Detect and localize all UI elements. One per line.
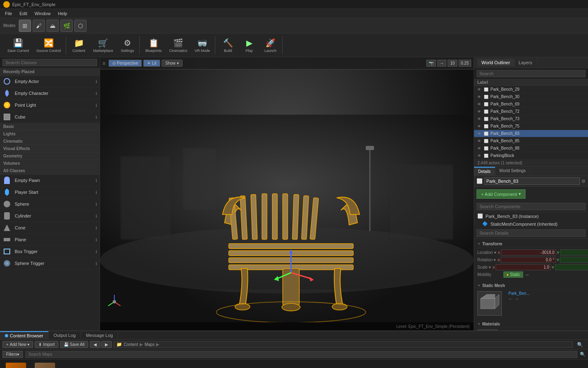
add-component-button[interactable]: + Add Component ▾ <box>477 189 526 199</box>
all-classes-section[interactable]: All Classes <box>0 167 100 175</box>
path-content[interactable]: Content <box>124 342 138 347</box>
static-button[interactable]: ● Static <box>503 272 523 278</box>
cinematic-section[interactable]: Cinematic <box>0 138 100 145</box>
outliner-item-park-bench-72[interactable]: 👁 ⬜ Park_Bench_72 <box>474 108 588 115</box>
play-button[interactable]: ▶ Play <box>239 36 259 54</box>
search-details-input[interactable] <box>477 229 586 237</box>
list-item[interactable]: Sphere ℹ <box>0 198 100 210</box>
grid-snap-input[interactable]: 10 <box>448 60 457 67</box>
tab-layers[interactable]: Layers <box>514 59 537 66</box>
lights-section[interactable]: Lights <box>0 130 100 138</box>
component-search-input[interactable] <box>477 203 586 210</box>
add-new-button[interactable]: + Add New ▾ <box>2 341 33 348</box>
import-button[interactable]: ⬇ Import <box>35 341 58 348</box>
mesh-arrow-left[interactable]: ← <box>508 296 513 301</box>
list-item[interactable]: Empty Actor ℹ <box>0 76 100 88</box>
path-maps[interactable]: Maps <box>145 342 154 347</box>
mesh-icon: ⬜ <box>484 88 489 92</box>
list-item[interactable]: Sphere Trigger ℹ <box>0 258 100 269</box>
tab-message-log[interactable]: Message Log <box>81 331 118 339</box>
nav-forward-button[interactable]: ▶ <box>101 341 112 348</box>
tab-content-browser[interactable]: Content Browser <box>0 331 49 339</box>
viewport[interactable]: ≡ ⊙ Perspective ☀ Lit Show ▾ 📷 ↔ <box>100 57 474 330</box>
cinematics-button[interactable]: 🎬 Cinematics <box>166 36 191 54</box>
outliner-item-park-bench-88[interactable]: 👁 ⬜ Park_Bench_88 <box>474 145 588 152</box>
build-button[interactable]: 🔨 Build <box>218 36 238 54</box>
tab-world-outliner[interactable]: World Outliner <box>477 59 514 66</box>
outliner-search-input[interactable] <box>477 70 586 77</box>
lit-button[interactable]: ☀ Lit <box>143 60 160 67</box>
recently-placed-section[interactable]: Recently Placed <box>0 68 100 76</box>
actor-name-input[interactable] <box>484 177 580 185</box>
marketplace-button[interactable]: 🛒 Marketplace <box>90 36 116 54</box>
outliner-item-park-bench-73[interactable]: 👁 ⬜ Park_Bench_73 <box>474 115 588 123</box>
list-item[interactable]: Cylinder ℹ <box>0 210 100 222</box>
filters-button[interactable]: Filters▾ <box>2 351 23 358</box>
settings-button[interactable]: ⚙ Settings <box>117 36 138 54</box>
tab-details[interactable]: Details <box>474 167 495 175</box>
outliner-item-park-bench-69[interactable]: 👁 ⬜ Park_Bench_69 <box>474 101 588 108</box>
mode-foliage[interactable]: 🌿 <box>60 20 73 32</box>
tab-output-log[interactable]: Output Log <box>49 331 81 339</box>
menu-file[interactable]: File <box>2 10 16 17</box>
map-item-2[interactable]: 🗺 Map BuildData Registry <box>32 361 58 368</box>
mode-paint[interactable]: 🖌 <box>33 20 45 32</box>
angle-snap-input[interactable]: 0.25 <box>459 60 471 67</box>
save-current-button[interactable]: 💾 Save Current <box>4 36 32 54</box>
component-item-instance[interactable]: ⬜ Park_Bench_83 (Instance) <box>474 212 588 220</box>
search-maps-icon[interactable]: 🔍 <box>580 352 586 357</box>
scale-x-input[interactable] <box>496 264 551 270</box>
rotation-x-input[interactable] <box>501 257 556 263</box>
perspective-button[interactable]: ⊙ Perspective <box>109 60 142 67</box>
menu-edit[interactable]: Edit <box>16 10 31 17</box>
outliner-item-park-bench-75[interactable]: 👁 ⬜ Park_Bench_75 <box>474 123 588 130</box>
mobility-arrow[interactable]: ↔ <box>525 272 530 278</box>
tab-world-settings[interactable]: World Settings <box>495 167 530 175</box>
launch-button[interactable]: 🚀 Launch <box>260 36 281 54</box>
list-item[interactable]: Plane ℹ <box>0 234 100 246</box>
list-item[interactable]: Cube ℹ <box>0 111 100 123</box>
menu-window[interactable]: Window <box>31 10 54 17</box>
rotation-y-input[interactable] <box>560 257 588 263</box>
blueprints-button[interactable]: 📋 Blueprints <box>142 36 165 54</box>
show-button[interactable]: Show ▾ <box>162 60 183 67</box>
volumes-section[interactable]: Volumes <box>0 160 100 167</box>
viewport-scene[interactable] <box>100 70 474 322</box>
outliner-item-park-bench-29[interactable]: 👁 ⬜ Park_Bench_29 <box>474 86 588 93</box>
content-button[interactable]: 📁 Content <box>69 36 89 54</box>
location-x-input[interactable] <box>501 249 556 256</box>
translate-btn[interactable]: ↔ <box>437 60 446 67</box>
list-item[interactable]: Empty Pawn ℹ <box>0 175 100 186</box>
save-all-button[interactable]: 💾 Save All <box>60 341 88 348</box>
mode-geometry[interactable]: ⬡ <box>74 20 87 32</box>
scale-y-input[interactable] <box>555 264 588 270</box>
path-search-icon[interactable]: 🔍 <box>575 342 586 348</box>
map-item-1[interactable]: 🗺 Map BuildData Registry <box>3 361 29 368</box>
vr-mode-button[interactable]: 🥽 VR Mode <box>192 36 214 54</box>
source-control-button[interactable]: 🔀 Source Control <box>33 36 64 54</box>
visual-effects-section[interactable]: Visual Effects <box>0 145 100 153</box>
component-item-static-mesh[interactable]: 🔷 StaticMeshComponent (Inherited) <box>474 220 588 228</box>
outliner-item-park-bench-30[interactable]: 👁 ⬜ Park_Bench_30 <box>474 93 588 101</box>
list-item[interactable]: Cone ℹ <box>0 222 100 234</box>
list-item[interactable]: Player Start ℹ <box>0 186 100 198</box>
menu-help[interactable]: Help <box>55 10 71 17</box>
list-item[interactable]: Empty Character ℹ <box>0 88 100 99</box>
camera-options-btn[interactable]: 📷 <box>426 60 436 67</box>
details-settings-icon[interactable]: ⚙ <box>581 179 586 184</box>
basic-section[interactable]: Basic <box>0 123 100 130</box>
mesh-arrow-right[interactable]: → <box>514 296 519 301</box>
location-y-input[interactable] <box>560 249 588 256</box>
outliner-item-park-bench-85[interactable]: 👁 ⬜ Park_Bench_85 <box>474 137 588 145</box>
list-item[interactable]: Box Trigger ℹ <box>0 246 100 258</box>
outliner-item-parkingblock[interactable]: 👁 ⬜ ParkingBlock <box>474 152 588 159</box>
mode-place[interactable]: ⊞ <box>19 20 31 32</box>
list-item[interactable]: Point Light ℹ <box>0 99 100 111</box>
search-classes-input[interactable] <box>2 59 97 66</box>
geometry-section[interactable]: Geometry <box>0 153 100 160</box>
mode-landscape[interactable]: ⛰ <box>47 20 59 32</box>
outliner-item-park-bench-83[interactable]: 👁 ⬜ Park_Bench_83 <box>474 130 588 137</box>
search-maps-input[interactable] <box>25 351 577 358</box>
viewport-menu-icon[interactable]: ≡ <box>102 61 105 66</box>
nav-back-button[interactable]: ◀ <box>90 341 100 348</box>
